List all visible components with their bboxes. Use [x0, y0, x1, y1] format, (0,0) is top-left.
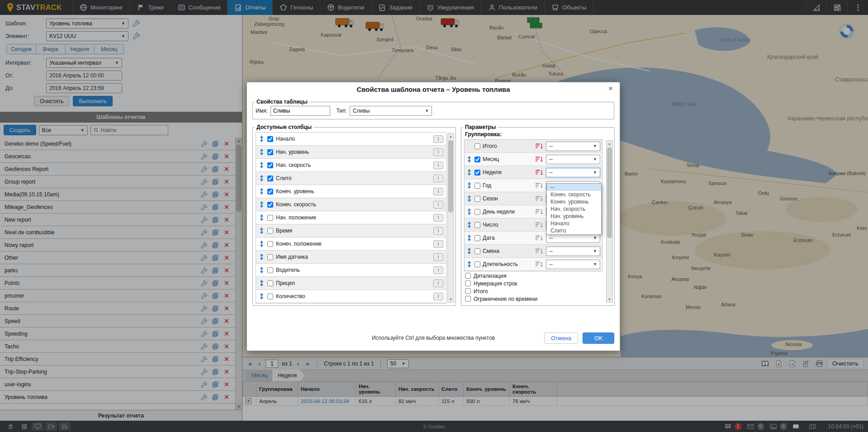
parameter-checkbox[interactable]: [465, 273, 471, 279]
parameter-checkbox[interactable]: [465, 280, 471, 286]
move-updown-icon[interactable]: [259, 135, 265, 142]
ok-button[interactable]: OK: [583, 332, 614, 344]
sort-icon[interactable]: [535, 222, 544, 228]
sort-icon[interactable]: [535, 169, 544, 176]
sort-icon[interactable]: [535, 182, 544, 189]
column-checkbox[interactable]: [267, 254, 273, 260]
dropdown-option[interactable]: Нач. уровень: [547, 213, 601, 220]
move-updown-icon[interactable]: [466, 169, 472, 176]
grouping-checkbox[interactable]: [474, 183, 480, 189]
grouping-column-select[interactable]: --▼: [546, 155, 600, 164]
table-type-select[interactable]: Сливы▼: [350, 106, 432, 116]
parameters-legend: Параметры: [463, 124, 498, 130]
dropdown-option[interactable]: Конеч. уровень: [547, 198, 601, 205]
column-checkbox[interactable]: [267, 267, 273, 273]
move-updown-icon[interactable]: [466, 156, 472, 163]
dropdown-option[interactable]: Нач. скорость: [547, 205, 601, 213]
column-text-settings-button[interactable]: I: [433, 201, 443, 209]
column-checkbox[interactable]: [267, 162, 273, 168]
sort-icon[interactable]: [535, 248, 544, 254]
sort-icon[interactable]: [535, 209, 544, 215]
grouping-checkbox[interactable]: [474, 261, 480, 267]
column-text-settings-button[interactable]: I: [433, 266, 443, 274]
move-updown-icon[interactable]: [259, 214, 265, 221]
move-updown-icon[interactable]: [259, 253, 265, 261]
column-checkbox[interactable]: [267, 149, 273, 155]
dropdown-option[interactable]: Слито: [547, 227, 601, 234]
close-icon[interactable]: ×: [606, 84, 615, 93]
columns-scrollbar[interactable]: ▲ ▼: [447, 133, 454, 303]
dropdown-option[interactable]: --: [547, 184, 601, 191]
parameter-checkbox[interactable]: [465, 296, 471, 302]
grouping-checkbox[interactable]: [474, 248, 480, 254]
column-checkbox[interactable]: [267, 294, 273, 299]
move-updown-icon[interactable]: [466, 261, 472, 268]
table-name-input[interactable]: [270, 106, 330, 116]
column-checkbox[interactable]: [267, 241, 273, 247]
sort-icon[interactable]: [535, 156, 544, 162]
scroll-down-icon[interactable]: ▼: [607, 296, 612, 302]
move-updown-icon[interactable]: [259, 161, 265, 169]
column-text-settings-button[interactable]: I: [433, 161, 443, 169]
scroll-up-icon[interactable]: ▲: [607, 141, 612, 147]
sort-icon[interactable]: [535, 143, 544, 149]
move-updown-icon[interactable]: [466, 221, 472, 228]
move-updown-icon[interactable]: [259, 175, 265, 182]
parameter-label: Детализация: [474, 273, 506, 279]
grouping-checkbox[interactable]: [474, 170, 480, 176]
sort-icon[interactable]: [535, 261, 544, 267]
grouping-checkbox[interactable]: [474, 143, 480, 149]
move-updown-icon[interactable]: [466, 234, 472, 242]
parameter-checkbox[interactable]: [465, 288, 471, 294]
column-text-settings-button[interactable]: I: [433, 253, 443, 261]
scroll-down-icon[interactable]: ▼: [448, 296, 454, 302]
move-updown-icon[interactable]: [259, 293, 265, 300]
scroll-up-icon[interactable]: ▲: [448, 133, 454, 139]
move-updown-icon[interactable]: [259, 188, 265, 195]
column-text-settings-button[interactable]: I: [433, 293, 443, 300]
move-updown-icon[interactable]: [259, 227, 265, 234]
move-updown-icon[interactable]: [466, 208, 472, 215]
grouping-column-select[interactable]: --▼: [546, 260, 600, 269]
grouping-checkbox[interactable]: [474, 222, 480, 228]
column-text-settings-button[interactable]: I: [433, 148, 443, 156]
grouping-column-select[interactable]: --▼: [546, 247, 600, 256]
column-text-settings-button[interactable]: I: [433, 227, 443, 235]
grouping-column-select[interactable]: --▼: [546, 168, 600, 177]
move-updown-icon[interactable]: [466, 182, 472, 189]
sort-icon[interactable]: [535, 235, 544, 241]
grouping-checkbox[interactable]: [474, 235, 480, 241]
column-text-settings-button[interactable]: I: [433, 135, 443, 143]
column-text-settings-button[interactable]: I: [433, 280, 443, 287]
move-updown-icon[interactable]: [259, 266, 265, 274]
column-checkbox[interactable]: [267, 202, 273, 208]
move-updown-icon[interactable]: [259, 240, 265, 247]
move-updown-icon[interactable]: [259, 148, 265, 156]
dropdown-option[interactable]: Начало: [547, 220, 601, 227]
move-updown-icon[interactable]: [259, 201, 265, 208]
grouping-column-select[interactable]: --▼: [546, 142, 600, 151]
move-updown-icon[interactable]: [466, 195, 472, 202]
cancel-button[interactable]: Отмена: [544, 332, 578, 344]
column-checkbox[interactable]: [267, 176, 273, 181]
sort-icon[interactable]: [535, 195, 544, 202]
scrollbar-thumb[interactable]: [607, 147, 612, 238]
dropdown-option[interactable]: Конеч. скорость: [547, 191, 601, 198]
parameters-scrollbar[interactable]: ▲ ▼: [606, 140, 613, 303]
column-checkbox[interactable]: [267, 228, 273, 234]
grouping-column-select[interactable]: --▼: [546, 233, 600, 243]
column-text-settings-button[interactable]: I: [433, 240, 443, 248]
column-text-settings-button[interactable]: I: [433, 175, 443, 182]
column-checkbox[interactable]: [267, 280, 273, 286]
grouping-checkbox[interactable]: [474, 196, 480, 202]
column-text-settings-button[interactable]: I: [433, 214, 443, 222]
column-text-settings-button[interactable]: I: [433, 188, 443, 195]
grouping-checkbox[interactable]: [474, 157, 480, 162]
grouping-checkbox[interactable]: [474, 209, 480, 215]
scrollbar-thumb[interactable]: [448, 140, 453, 213]
column-checkbox[interactable]: [267, 215, 273, 221]
move-updown-icon[interactable]: [466, 247, 472, 255]
column-checkbox[interactable]: [267, 136, 273, 142]
column-checkbox[interactable]: [267, 189, 273, 195]
move-updown-icon[interactable]: [259, 280, 265, 287]
